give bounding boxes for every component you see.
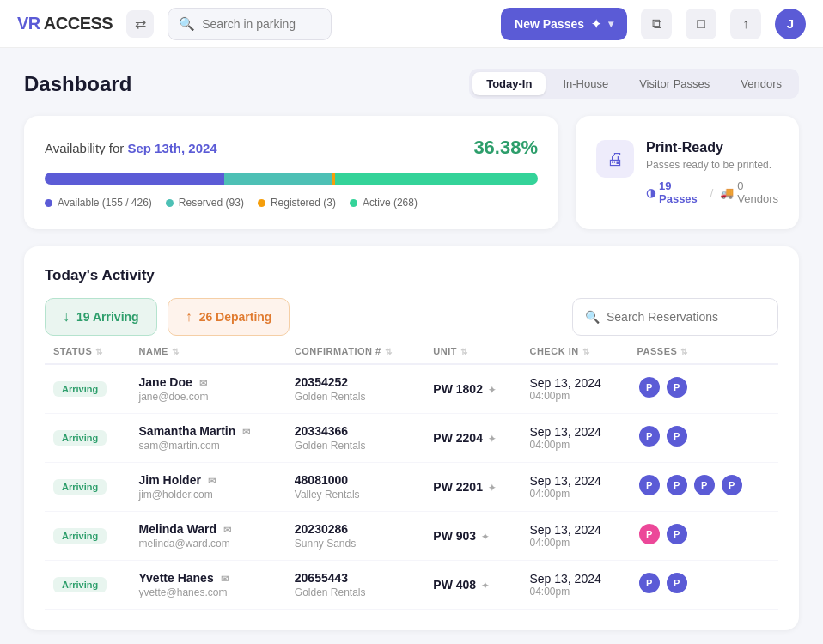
pass-badge[interactable]: P — [665, 375, 689, 399]
guest-email: yvette@hanes.com — [139, 586, 277, 598]
col-status[interactable]: STATUS⇅ — [45, 336, 131, 364]
status-badge: Arriving — [53, 528, 107, 544]
legend-item: Reserved (93) — [166, 197, 244, 209]
email-icon: ✉ — [199, 378, 207, 388]
tabs: Today-InIn-HouseVisitor PassesVendors — [469, 69, 799, 99]
passes-cell: PPPP — [629, 463, 778, 507]
table-row[interactable]: ArrivingYvette Hanes ✉yvette@hanes.com20… — [45, 561, 778, 610]
switch-icon: ⇄ — [135, 15, 146, 32]
confirmation-number: 20230286 — [295, 522, 417, 536]
checkin-time: 04:00pm — [529, 537, 619, 549]
new-passes-button[interactable]: New Passes ✦ ▾ — [501, 8, 627, 40]
name-cell: Samantha Martin ✉sam@martin.com — [131, 414, 286, 463]
confirmation-sub: Golden Rentals — [295, 440, 417, 452]
departing-label: 26 Departing — [199, 310, 272, 324]
unit-star-icon[interactable]: ✦ — [488, 434, 496, 444]
table-row[interactable]: ArrivingJim Holder ✉jim@holder.com480810… — [45, 463, 778, 512]
unit-number: PW 1802 — [433, 382, 483, 396]
col-check-in[interactable]: CHECK IN⇅ — [521, 336, 628, 364]
main-content: Dashboard Today-InIn-HouseVisitor Passes… — [0, 48, 823, 644]
guest-name: Yvette Hanes ✉ — [139, 571, 277, 585]
guest-email: jane@doe.com — [139, 391, 277, 403]
search-reservations: 🔍 — [572, 298, 778, 336]
pass-badge[interactable]: P — [637, 571, 661, 595]
arriving-filter-button[interactable]: ↓ 19 Arriving — [45, 298, 157, 336]
col-name[interactable]: NAME⇅ — [131, 336, 286, 364]
unit-star-icon[interactable]: ✦ — [488, 483, 496, 493]
pass-badge[interactable]: P — [665, 473, 689, 497]
page-title: Dashboard — [24, 72, 131, 96]
confirmation-sub: Golden Rentals — [295, 391, 417, 403]
plus-icon: ✦ — [591, 17, 601, 31]
unit-cell: PW 2201✦ — [424, 463, 521, 512]
confirmation-number: 20354252 — [295, 375, 417, 389]
square-button[interactable]: □ — [686, 9, 716, 39]
pass-badge[interactable]: P — [637, 473, 661, 497]
guest-email: melinda@ward.com — [139, 538, 277, 550]
legend-label: Available (155 / 426) — [58, 197, 152, 209]
col-passes[interactable]: PASSES⇅ — [629, 336, 778, 364]
pass-badge[interactable]: P — [692, 473, 716, 497]
nav-switch-button[interactable]: ⇄ — [126, 10, 154, 38]
checkin-time: 04:00pm — [529, 390, 619, 402]
unit-cell: PW 2204✦ — [424, 414, 521, 463]
checkin-cell: Sep 13, 202404:00pm — [521, 414, 628, 463]
avatar[interactable]: J — [775, 9, 806, 39]
col-confirmation-num[interactable]: CONFIRMATION #⇅ — [286, 336, 425, 364]
tab-today-in[interactable]: Today-In — [472, 72, 546, 95]
unit-star-icon[interactable]: ✦ — [481, 532, 489, 542]
legend-dot — [258, 199, 265, 207]
status-badge: Arriving — [53, 381, 107, 397]
tab-visitor-passes[interactable]: Visitor Passes — [625, 72, 723, 95]
legend-dot — [166, 199, 174, 207]
print-ready-card: 🖨 Print-Ready Passes ready to be printed… — [576, 116, 799, 229]
print-subtitle: Passes ready to be printed. — [646, 159, 778, 171]
table-row[interactable]: ArrivingJane Doe ✉jane@doe.com20354252Go… — [45, 364, 778, 414]
availability-title: Availability for Sep 13th, 2024 — [45, 141, 217, 155]
checkin-time: 04:00pm — [529, 586, 619, 598]
confirmation-number: 48081000 — [295, 473, 417, 487]
search-icon: 🔍 — [179, 16, 195, 32]
pass-badge[interactable]: P — [720, 473, 744, 497]
passes-cell: PP — [629, 512, 778, 556]
chart-button[interactable]: ↑ — [730, 9, 761, 39]
sort-icon: ⇅ — [460, 347, 468, 356]
departing-filter-button[interactable]: ↑ 26 Departing — [168, 298, 290, 336]
col-unit[interactable]: UNIT⇅ — [424, 336, 521, 364]
legend-dot — [350, 199, 357, 207]
pass-badge[interactable]: P — [637, 424, 661, 448]
confirmation-number: 20655443 — [295, 571, 417, 585]
pass-badge[interactable]: P — [665, 571, 689, 595]
sort-icon: ⇅ — [172, 347, 180, 356]
search-input[interactable] — [202, 17, 320, 31]
availability-header: Availability for Sep 13th, 2024 36.38% — [45, 137, 538, 159]
tab-in-house[interactable]: In-House — [549, 72, 622, 95]
status-badge: Arriving — [53, 479, 107, 495]
table-row[interactable]: ArrivingMelinda Ward ✉melinda@ward.com20… — [45, 512, 778, 561]
copy-button[interactable]: ⧉ — [641, 9, 672, 39]
unit-star-icon[interactable]: ✦ — [481, 580, 489, 591]
pass-badge[interactable]: P — [637, 375, 661, 399]
confirmation-cell: 20334366Golden Rentals — [286, 414, 425, 463]
search-reservations-icon: 🔍 — [585, 310, 600, 324]
pass-badge[interactable]: P — [665, 522, 689, 546]
departing-dot-icon: ↑ — [186, 309, 192, 325]
print-card-inner: 🖨 Print-Ready Passes ready to be printed… — [596, 140, 778, 205]
print-info: Print-Ready Passes ready to be printed. … — [646, 140, 778, 205]
chevron-down-icon: ▾ — [608, 18, 613, 30]
checkin-date: Sep 13, 2024 — [529, 523, 619, 537]
unit-number: PW 2204 — [433, 431, 483, 445]
print-stats: ◑ 19 Passes / 🚚 0 Vendors — [646, 179, 778, 205]
pass-badge[interactable]: P — [637, 522, 661, 546]
table-row[interactable]: ArrivingSamantha Martin ✉sam@martin.com2… — [45, 414, 778, 463]
arriving-label: 19 Arriving — [76, 310, 139, 324]
unit-cell: PW 903✦ — [424, 512, 521, 561]
unit-star-icon[interactable]: ✦ — [488, 385, 496, 395]
availability-card: Availability for Sep 13th, 2024 36.38% A… — [24, 116, 558, 229]
checkin-date: Sep 13, 2024 — [529, 425, 619, 439]
search-reservations-input[interactable] — [607, 310, 765, 324]
print-divider: / — [710, 186, 714, 199]
guest-email: jim@holder.com — [139, 489, 277, 501]
tab-vendors[interactable]: Vendors — [727, 72, 796, 95]
pass-badge[interactable]: P — [665, 424, 689, 448]
